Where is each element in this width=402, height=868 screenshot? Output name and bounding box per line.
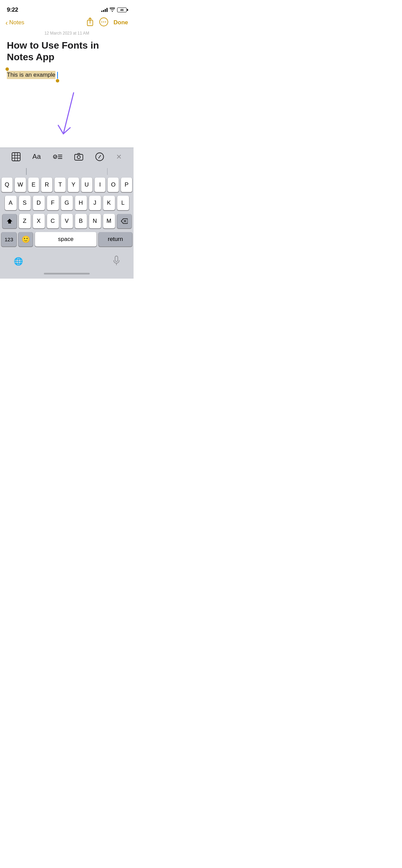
status-time: 9:22	[7, 7, 18, 13]
key-a[interactable]: A	[5, 196, 17, 210]
svg-rect-17	[115, 256, 118, 261]
mic-icon	[113, 256, 120, 265]
keyboard-row-4: 123 🙂 space return	[1, 232, 132, 246]
key-s[interactable]: S	[19, 196, 31, 210]
selected-text-container: This is an example	[7, 71, 58, 79]
selection-handle-bottom	[56, 79, 59, 82]
key-v[interactable]: V	[61, 214, 73, 228]
nav-right-buttons: Done	[86, 17, 128, 28]
key-e[interactable]: E	[28, 178, 39, 192]
key-w[interactable]: W	[15, 178, 26, 192]
selection-handle-top	[5, 67, 9, 71]
table-button[interactable]	[10, 150, 23, 163]
home-indicator	[0, 270, 134, 279]
battery-icon: 46	[117, 8, 127, 12]
key-p[interactable]: P	[121, 178, 132, 192]
backspace-icon	[121, 218, 128, 224]
svg-point-3	[103, 21, 104, 22]
keyboard-row-2: A S D F G H J K L	[1, 196, 132, 210]
aa-icon: Aa	[33, 153, 41, 161]
key-n[interactable]: N	[89, 214, 101, 228]
back-button[interactable]: ‹ Notes	[5, 19, 24, 26]
key-i[interactable]: I	[95, 178, 106, 192]
key-q[interactable]: Q	[1, 178, 13, 192]
formatting-toolbar: Aa ✕	[0, 148, 134, 165]
backspace-key[interactable]	[117, 214, 131, 228]
key-k[interactable]: K	[103, 196, 115, 210]
note-content: How to Use Fonts inNotes App This is an …	[0, 38, 134, 86]
key-x[interactable]: X	[33, 214, 45, 228]
keyboard-dividers	[1, 168, 132, 178]
svg-rect-5	[12, 153, 20, 161]
home-bar	[44, 273, 90, 275]
checklist-icon	[53, 152, 62, 161]
purple-arrow-icon	[53, 89, 80, 144]
key-y[interactable]: Y	[68, 178, 79, 192]
key-c[interactable]: C	[47, 214, 59, 228]
shift-key[interactable]	[2, 214, 17, 228]
shift-icon	[7, 218, 13, 224]
signal-bars-icon	[101, 8, 108, 12]
key-u[interactable]: U	[81, 178, 92, 192]
back-label: Notes	[9, 19, 24, 26]
key-g[interactable]: G	[61, 196, 73, 210]
wifi-icon	[110, 8, 115, 13]
return-key[interactable]: return	[99, 232, 132, 246]
svg-rect-14	[75, 154, 83, 160]
microphone-icon[interactable]	[113, 256, 120, 267]
svg-point-10	[53, 155, 57, 158]
close-toolbar-button[interactable]: ✕	[114, 151, 124, 163]
key-l[interactable]: L	[117, 196, 129, 210]
key-t[interactable]: T	[54, 178, 66, 192]
status-icons: 46	[101, 8, 127, 13]
keyboard-divider-left	[26, 168, 27, 175]
chevron-left-icon: ‹	[5, 19, 8, 26]
keyboard-row-1: Q W E R T Y U I O P	[1, 178, 132, 192]
text-cursor	[57, 72, 58, 79]
arrow-annotation	[0, 86, 134, 148]
done-button[interactable]: Done	[114, 19, 128, 26]
date-line: 12 March 2023 at 11 AM	[0, 30, 134, 38]
key-m[interactable]: M	[103, 214, 115, 228]
status-bar: 9:22 46	[0, 0, 134, 15]
key-b[interactable]: B	[75, 214, 87, 228]
selected-text: This is an example	[7, 71, 55, 79]
share-icon[interactable]	[86, 17, 94, 28]
markup-icon	[95, 152, 104, 161]
pen-circle-button[interactable]	[93, 150, 106, 163]
keyboard: Q W E R T Y U I O P A S D F G H J K L Z …	[0, 165, 134, 252]
svg-point-2	[101, 21, 102, 22]
more-icon[interactable]	[99, 17, 108, 28]
note-title: How to Use Fonts inNotes App	[7, 40, 127, 63]
nav-bar: ‹ Notes Done	[0, 15, 134, 30]
key-d[interactable]: D	[33, 196, 45, 210]
globe-icon[interactable]: 🌐	[14, 257, 23, 266]
space-key[interactable]: space	[35, 232, 97, 246]
numbers-key[interactable]: 123	[1, 232, 16, 246]
font-format-button[interactable]: Aa	[30, 151, 43, 163]
bottom-bar: 🌐	[0, 252, 134, 270]
camera-button[interactable]	[72, 151, 85, 163]
key-z[interactable]: Z	[19, 214, 31, 228]
emoji-key[interactable]: 🙂	[18, 232, 33, 246]
close-icon: ✕	[116, 153, 122, 161]
svg-point-4	[105, 21, 106, 22]
camera-icon	[74, 153, 83, 161]
key-r[interactable]: R	[41, 178, 52, 192]
checklist-button[interactable]	[51, 150, 64, 163]
key-j[interactable]: J	[89, 196, 101, 210]
keyboard-row-3: Z X C V B N M	[1, 214, 132, 228]
keyboard-divider-right	[107, 168, 108, 175]
svg-point-15	[77, 155, 80, 158]
table-icon	[12, 152, 21, 161]
key-f[interactable]: F	[47, 196, 59, 210]
key-o[interactable]: O	[108, 178, 119, 192]
key-h[interactable]: H	[75, 196, 87, 210]
